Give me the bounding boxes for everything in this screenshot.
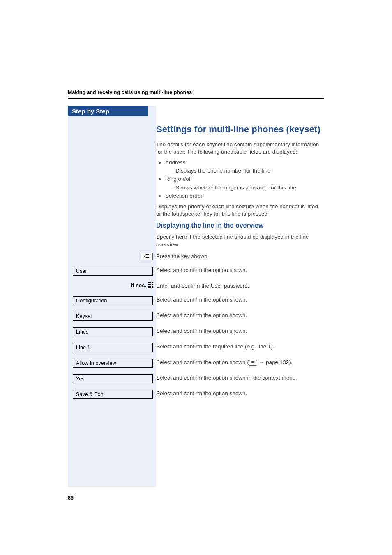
- intro-bullets: Address Displays the phone number for th…: [156, 159, 324, 200]
- if-nec-label: if nec.: [131, 282, 146, 288]
- step-save-exit: Save & Exit Select and confirm the optio…: [68, 390, 324, 399]
- step-yes: Yes Select and confirm the option shown …: [68, 374, 324, 383]
- section-title: Settings for multi-line phones (keyset): [156, 124, 324, 135]
- menu-lines: Lines: [73, 327, 153, 336]
- menu-line1: Line 1: [73, 343, 153, 352]
- bullet-ring-sub: Shows whether the ringer is activated fo…: [171, 184, 324, 191]
- step-user-text: Select and confirm the option shown.: [156, 267, 324, 274]
- bullet-ring: Ring on/off: [165, 176, 192, 182]
- step-line1-text: Select and confirm the required line (e.…: [156, 343, 324, 350]
- bullet-address: Address: [165, 159, 186, 166]
- menu-configuration: Configuration: [73, 296, 153, 305]
- intro-paragraph-1: The details for each keyset line contain…: [156, 141, 324, 156]
- intro-paragraph-2: Displays the priority of each line seizu…: [156, 203, 324, 218]
- running-header: Making and receiving calls using multi-l…: [68, 90, 324, 99]
- arrow-icon: →: [259, 359, 265, 365]
- step-lines: Lines Select and confirm the option show…: [68, 327, 324, 336]
- step-keyset: Keyset Select and confirm the option sho…: [68, 312, 324, 321]
- list-icon: ☰: [249, 360, 257, 366]
- page-number: 86: [68, 495, 74, 501]
- step-configuration: Configuration Select and confirm the opt…: [68, 296, 324, 305]
- menu-save-exit: Save & Exit: [73, 390, 153, 399]
- subsection-paragraph: Specify here if the selected line should…: [156, 233, 324, 248]
- step-yes-text: Select and confirm the option shown in t…: [156, 374, 324, 382]
- step-user: User Select and confirm the option shown…: [68, 267, 324, 276]
- step-if-necessary: if nec. Enter and confirm the User passw…: [68, 282, 324, 290]
- step-configuration-text: Select and confirm the option shown.: [156, 296, 324, 304]
- step-allow-in-overview: Allow in overview Select and confirm the…: [68, 359, 324, 368]
- step-if-nec-text: Enter and confirm the User password.: [156, 282, 324, 290]
- step-press-key: ›☰ Press the key shown.: [68, 253, 324, 260]
- step-keyset-text: Select and confirm the option shown.: [156, 312, 324, 319]
- step-press-key-text: Press the key shown.: [156, 253, 324, 260]
- step-by-step-header: Step by Step: [68, 106, 148, 116]
- menu-allow-in-overview: Allow in overview: [73, 359, 153, 368]
- step-lines-text: Select and confirm the option shown.: [156, 327, 324, 335]
- step-line1: Line 1 Select and confirm the required l…: [68, 343, 324, 352]
- menu-keyset: Keyset: [73, 312, 153, 321]
- keypad-icon: [148, 282, 153, 288]
- step-save-text: Select and confirm the option shown.: [156, 390, 324, 397]
- step-allow-text: Select and confirm the option shown (☰ →…: [156, 359, 324, 366]
- subsection-title: Displaying the line in the overview: [156, 222, 324, 229]
- menu-yes: Yes: [73, 374, 153, 383]
- bullet-selection-order: Selection order: [165, 193, 203, 199]
- bullet-address-sub: Displays the phone number for the line: [171, 167, 324, 175]
- menu-key-icon: ›☰: [141, 253, 153, 260]
- menu-user: User: [73, 267, 153, 276]
